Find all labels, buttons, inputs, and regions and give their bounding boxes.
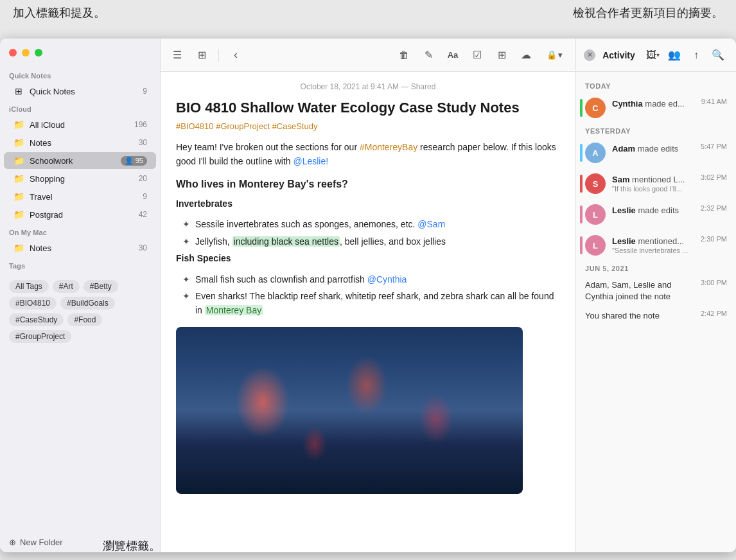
back-icon: ‹	[234, 48, 238, 62]
activity-indicator-pink-2	[580, 236, 583, 254]
sidebar-item-mac-notes[interactable]: 📁 Notes 30	[4, 240, 156, 256]
tag-groupproject-link[interactable]: #GroupProject	[216, 121, 270, 131]
postgrad-label: Postgrad	[30, 210, 134, 220]
activity-yesterday-header: YESTERDAY	[576, 123, 736, 137]
tags-section: All Tags #Art #Betty #BIO4810 #BuildGoal…	[0, 272, 160, 348]
activity-shared-text: You shared the note	[585, 311, 660, 320]
quick-notes-count: 9	[143, 87, 147, 96]
mention-monterey-bay[interactable]: #MontereyBay	[360, 142, 417, 152]
font-button[interactable]: Aa	[444, 46, 462, 64]
activity-time-leslie-2: 2:30 PM	[701, 235, 727, 243]
back-button[interactable]: ‹	[227, 46, 245, 64]
tag-bio4810-link[interactable]: #BIO4810	[176, 121, 214, 131]
sidebar-item-all-icloud[interactable]: 📁 All iCloud 196	[4, 116, 156, 133]
notes-label: Notes	[30, 138, 134, 148]
list-item: ✦ Jellyfish, including black sea nettles…	[182, 234, 560, 249]
activity-item-leslie-1[interactable]: L Leslie made edits 2:32 PM	[576, 199, 736, 230]
compose-icon: ✎	[425, 49, 433, 61]
activity-item-leslie-2[interactable]: L Leslie mentioned... "Sessile invertebr…	[576, 230, 736, 261]
activity-item-line: Leslie made edits	[612, 204, 694, 216]
folder-icon: 📁	[13, 191, 24, 202]
grid-view-button[interactable]: ⊞	[193, 46, 211, 64]
activity-name-leslie-1: Leslie	[612, 206, 638, 215]
note-content-area[interactable]: October 18, 2021 at 9:41 AM — Shared BIO…	[161, 72, 575, 552]
mention-sam[interactable]: @Sam	[417, 219, 445, 229]
activity-avatar-wrapper: S	[585, 173, 606, 194]
traffic-light-fullscreen[interactable]	[35, 49, 42, 57]
share-button[interactable]: ↑	[686, 45, 706, 66]
compose-button[interactable]: ✎	[419, 46, 437, 64]
note-intro: Hey team! I've broken out the sections f…	[176, 140, 560, 169]
tag-all-tags[interactable]: All Tags	[9, 280, 49, 293]
tag-bio4810[interactable]: #BIO4810	[9, 297, 57, 310]
tag-casestudy[interactable]: #CaseStudy	[9, 313, 64, 326]
sidebar-item-travel[interactable]: 📁 Travel 9	[4, 188, 156, 205]
activity-item-content: Leslie made edits	[612, 204, 694, 216]
new-folder-button[interactable]: ⊕ New Folder	[0, 532, 160, 552]
list-view-button[interactable]: ☰	[168, 46, 186, 64]
mention-cynthia[interactable]: @Cynthia	[367, 274, 407, 284]
table-icon: ⊞	[498, 49, 506, 61]
activity-shared-time: 2:42 PM	[701, 310, 727, 317]
format-icon: ☁	[521, 49, 531, 61]
tag-groupproject[interactable]: #GroupProject	[9, 330, 71, 343]
activity-avatar-wrapper: A	[585, 143, 606, 163]
on-my-mac-header: On My Mac	[0, 223, 160, 239]
sidebar: Quick Notes ⊞ Quick Notes 9 iCloud 📁 All…	[0, 39, 161, 552]
list-item: ✦ Sessile invertebrates such as sponges,…	[182, 217, 560, 231]
toolbar-sep-1	[218, 49, 219, 62]
activity-header: ✕ Activity 🖼 ▾ 👥 ↑ 🔍	[576, 39, 736, 72]
note-tags: #BIO4810 #GroupProject #CaseStudy	[176, 121, 560, 131]
activity-action-adam: made edits	[638, 144, 679, 153]
shared-icon: 👤	[125, 157, 134, 165]
lock-dropdown[interactable]: 🔒 ▾	[541, 48, 568, 62]
activity-item-content: Cynthia made ed...	[612, 98, 695, 109]
folder-icon: 📁	[13, 137, 24, 148]
sidebar-item-shopping[interactable]: 📁 Shopping 20	[4, 170, 156, 187]
tag-art[interactable]: #Art	[53, 280, 80, 293]
mention-leslie[interactable]: @Leslie!	[293, 156, 328, 166]
activity-avatar-wrapper: L	[585, 204, 606, 225]
invertebrates-header: Invertebrates	[176, 197, 560, 211]
activity-content: TODAY C Cynthia made ed... 9:41 AM YESTE…	[576, 72, 736, 552]
activity-item-sam[interactable]: S Sam mentioned L... "If this looks good…	[576, 168, 736, 199]
schoolwork-count: 95	[136, 157, 143, 164]
list-item: ✦ Small fish such as clownfish and parro…	[182, 272, 560, 286]
format-button[interactable]: ☁	[517, 46, 535, 64]
activity-time-sam: 3:02 PM	[701, 173, 727, 181]
note-title[interactable]: BIO 4810 Shallow Water Ecology Case Stud…	[176, 99, 560, 118]
search-icon: 🔍	[712, 49, 724, 61]
invertebrates-item-2: Jellyfish, including black sea nettles, …	[195, 234, 446, 249]
media-dropdown-icon: ▾	[656, 51, 660, 58]
bullet-icon: ✦	[182, 289, 190, 318]
checklist-button[interactable]: ☑	[468, 46, 486, 64]
activity-name-adam: Adam	[612, 144, 638, 153]
tag-casestudy-link[interactable]: #CaseStudy	[272, 121, 318, 131]
search-button[interactable]: 🔍	[708, 45, 728, 66]
avatar-leslie-2: L	[585, 235, 606, 256]
delete-button[interactable]: 🗑	[395, 46, 413, 64]
activity-close-button[interactable]: ✕	[584, 49, 595, 61]
note-body[interactable]: Hey team! I've broken out the sections f…	[176, 140, 560, 494]
sidebar-item-notes[interactable]: 📁 Notes 30	[4, 134, 156, 151]
tag-food[interactable]: #Food	[67, 313, 102, 326]
tag-betty[interactable]: #Betty	[83, 280, 118, 293]
icloud-header: iCloud	[0, 100, 160, 116]
activity-item-cynthia[interactable]: C Cynthia made ed... 9:41 AM	[576, 92, 736, 123]
note-jellyfish-image	[176, 327, 523, 494]
sidebar-item-schoolwork[interactable]: 📁 Schoolwork 👤 95	[4, 152, 156, 169]
traffic-light-close[interactable]	[9, 49, 17, 57]
table-button[interactable]: ⊞	[493, 46, 511, 64]
all-icloud-label: All iCloud	[30, 120, 129, 130]
traffic-light-minimize[interactable]	[22, 49, 30, 57]
lock-icon: 🔒	[547, 50, 557, 60]
activity-item-adam[interactable]: A Adam made edits 5:47 PM	[576, 137, 736, 168]
tag-buildgoals[interactable]: #BuildGoals	[60, 297, 115, 310]
activity-joined-time: 3:00 PM	[701, 279, 727, 286]
media-button[interactable]: 🖼 ▾	[642, 45, 663, 66]
sidebar-item-quick-notes[interactable]: ⊞ Quick Notes 9	[4, 83, 156, 100]
sidebar-item-postgrad[interactable]: 📁 Postgrad 42	[4, 206, 156, 223]
bullet-icon: ✦	[182, 234, 190, 249]
share-icon: ↑	[694, 49, 699, 61]
collab-button[interactable]: 👥	[664, 45, 685, 66]
